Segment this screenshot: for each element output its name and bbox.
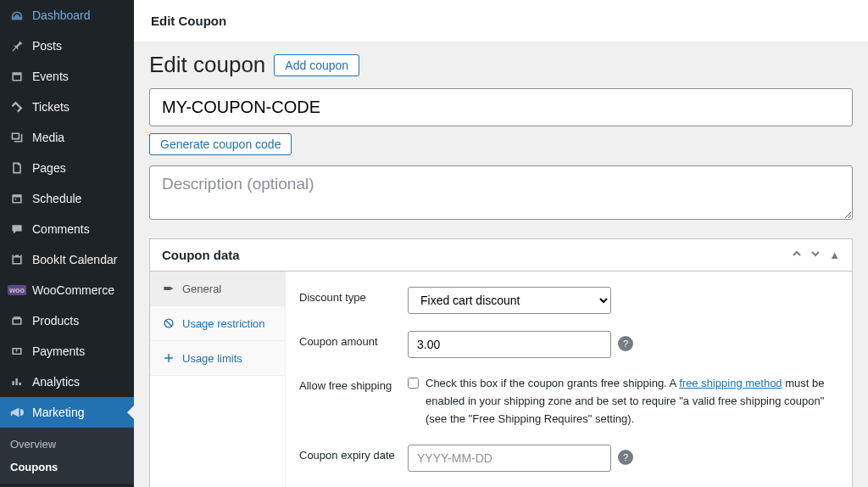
woo-icon: woo: [8, 282, 25, 299]
help-icon[interactable]: ?: [618, 336, 633, 351]
generate-code-button[interactable]: Generate coupon code: [149, 133, 292, 155]
tab-general[interactable]: General: [150, 271, 285, 306]
page-header: Edit Coupon: [134, 0, 868, 42]
sidebar-item-label: Analytics: [32, 375, 80, 389]
sidebar-item-label: Dashboard: [32, 8, 91, 22]
ticket-icon: [8, 98, 25, 115]
sidebar-item-woocommerce[interactable]: wooWooCommerce: [0, 275, 134, 305]
coupon-amount-input[interactable]: [408, 331, 611, 358]
sidebar-item-payments[interactable]: Payments: [0, 336, 134, 367]
tab-label: Usage restriction: [182, 317, 265, 330]
submenu-overview[interactable]: Overview: [0, 433, 134, 456]
bookit-icon: [8, 251, 25, 268]
sidebar-item-label: BookIt Calendar: [32, 253, 117, 266]
sidebar-item-dashboard[interactable]: Dashboard: [0, 0, 134, 31]
gauge-icon: [8, 7, 25, 24]
sidebar-item-analytics[interactable]: Analytics: [0, 367, 134, 397]
analytics-icon: [8, 373, 25, 390]
pin-icon: [8, 37, 25, 54]
sidebar-item-label: Schedule: [32, 192, 81, 205]
description-textarea[interactable]: [149, 165, 853, 220]
page-title: Edit coupon: [149, 52, 265, 78]
limits-icon: [162, 351, 175, 365]
sidebar-item-label: Posts: [32, 39, 62, 53]
sidebar-submenu: Overview Coupons: [0, 428, 134, 484]
general-icon: [162, 282, 175, 295]
sidebar-item-label: Comments: [32, 222, 90, 236]
panel-toggle-icon[interactable]: ▲: [829, 249, 840, 261]
sidebar-item-marketing[interactable]: Marketing: [0, 397, 134, 428]
payments-icon: [8, 343, 25, 360]
panel-title: Coupon data: [162, 248, 240, 262]
tab-label: Usage limits: [182, 352, 242, 365]
discount-type-label: Discount type: [299, 287, 408, 304]
sidebar-item-label: Marketing: [32, 406, 84, 419]
media-icon: [8, 129, 25, 146]
panel-move-up-icon[interactable]: [792, 249, 802, 261]
sidebar-item-events[interactable]: Events: [0, 61, 134, 92]
tab-usage-restriction[interactable]: Usage restriction: [150, 306, 285, 341]
coupon-data-panel: Coupon data ▲ General Usage restriction …: [149, 238, 853, 487]
free-shipping-link[interactable]: free shipping method: [679, 377, 782, 389]
schedule-icon: [8, 190, 25, 207]
sidebar-item-comments[interactable]: Comments: [0, 214, 134, 244]
sidebar-item-label: Payments: [32, 344, 85, 358]
restriction-icon: [162, 316, 175, 330]
admin-sidebar: Dashboard Posts Events Tickets Media Pag…: [0, 0, 134, 487]
megaphone-icon: [8, 404, 25, 421]
expiry-date-label: Coupon expiry date: [299, 445, 408, 462]
coupon-tabs: General Usage restriction Usage limits: [150, 271, 286, 487]
sidebar-item-bookit[interactable]: BookIt Calendar: [0, 244, 134, 275]
expiry-date-input[interactable]: [408, 445, 611, 472]
main-content: Edit Coupon Edit coupon Add coupon Gener…: [134, 0, 868, 487]
comment-icon: [8, 221, 25, 238]
sidebar-item-label: Events: [32, 70, 69, 83]
coupon-amount-label: Coupon amount: [299, 331, 408, 348]
free-shipping-description: Check this box if the coupon grants free…: [426, 375, 838, 428]
sidebar-item-label: Products: [32, 314, 79, 327]
sidebar-item-label: Tickets: [32, 100, 70, 114]
sidebar-item-posts[interactable]: Posts: [0, 31, 134, 61]
sidebar-item-label: Media: [32, 131, 64, 144]
sidebar-item-label: WooCommerce: [32, 283, 114, 297]
header-title: Edit Coupon: [151, 14, 226, 28]
free-shipping-checkbox[interactable]: [408, 378, 419, 389]
coupon-code-input[interactable]: [149, 88, 853, 126]
products-icon: [8, 312, 25, 329]
discount-type-select[interactable]: Fixed cart discount: [408, 287, 611, 314]
sidebar-item-pages[interactable]: Pages: [0, 153, 134, 183]
sidebar-item-products[interactable]: Products: [0, 305, 134, 336]
add-coupon-button[interactable]: Add coupon: [274, 54, 359, 76]
free-shipping-label: Allow free shipping: [299, 375, 408, 392]
page-icon: [8, 160, 25, 176]
calendar-icon: [8, 68, 25, 85]
sidebar-item-label: Pages: [32, 161, 66, 175]
help-icon[interactable]: ?: [618, 450, 633, 465]
sidebar-item-tickets[interactable]: Tickets: [0, 92, 134, 122]
sidebar-item-schedule[interactable]: Schedule: [0, 183, 134, 214]
sidebar-item-media[interactable]: Media: [0, 122, 134, 153]
panel-move-down-icon[interactable]: [810, 249, 821, 261]
tab-usage-limits[interactable]: Usage limits: [150, 341, 285, 376]
tab-label: General: [182, 283, 221, 295]
submenu-coupons[interactable]: Coupons: [0, 456, 134, 479]
